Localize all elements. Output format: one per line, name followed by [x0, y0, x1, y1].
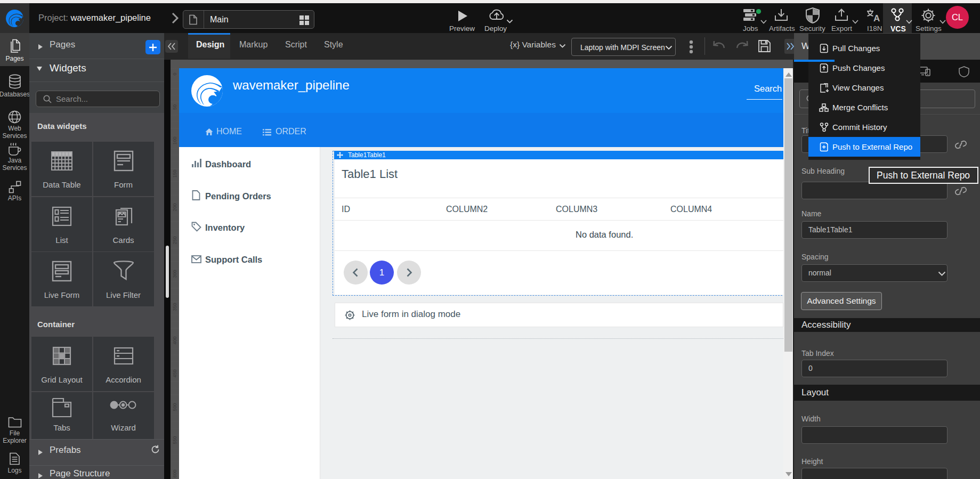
- svg-text:A: A: [873, 13, 880, 22]
